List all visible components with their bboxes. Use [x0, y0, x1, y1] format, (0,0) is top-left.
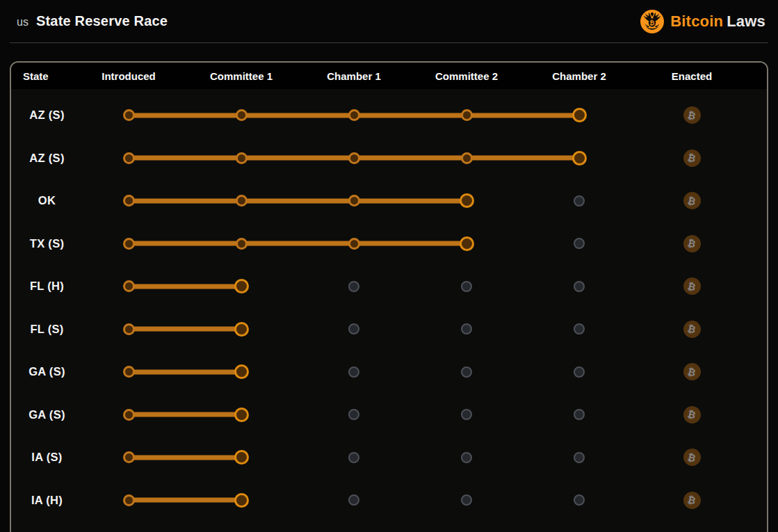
table-row[interactable]: IA (H) ₿ [11, 479, 767, 522]
bitcoin-glyph: ₿ [687, 281, 697, 292]
stage-dot-current [234, 364, 249, 379]
enacted-cell: ₿ [635, 137, 748, 180]
progress-track: ₿ [72, 394, 748, 437]
bitcoin-glyph: ₿ [687, 409, 697, 420]
bitcoin-coin-icon: ₿ [683, 449, 701, 466]
brand-name-laws: Laws [727, 13, 765, 30]
table-row[interactable]: OK ₿ [11, 179, 767, 223]
stage-cell-chamber-2 [523, 308, 635, 351]
stage-cell-committee-2 [410, 394, 523, 437]
stage-dot-pending [461, 323, 472, 334]
stage-dot-complete [348, 195, 360, 207]
progress-line [129, 369, 241, 374]
stage-dot-complete [123, 451, 135, 463]
stage-dot-complete [123, 152, 135, 164]
table-row[interactable]: FL (H) ₿ [11, 265, 767, 308]
table-row[interactable]: FL (S) ₿ [11, 308, 767, 351]
progress-track: ₿ [72, 436, 748, 479]
table-row[interactable]: GA (S) ₿ [11, 350, 767, 394]
column-header-chamber-2: Chamber 2 [523, 70, 635, 82]
bitcoin-laws-eagle-logo-icon: ₿ [640, 10, 664, 33]
stage-cell-chamber-1 [298, 265, 410, 308]
stage-dot-current [572, 151, 587, 166]
svg-text:₿: ₿ [650, 19, 655, 26]
progress-line [129, 284, 241, 289]
progress-track: ₿ [72, 94, 748, 137]
stage-dot-complete [123, 494, 135, 506]
stage-cell-chamber-2 [523, 479, 635, 522]
progress-line [129, 412, 241, 417]
brand-logo-link[interactable]: ₿ BitcoinLaws [640, 10, 768, 33]
stage-dot-pending [348, 281, 359, 292]
stage-dot-complete [236, 238, 248, 250]
table-row[interactable]: AZ (S) ₿ [11, 94, 767, 137]
stage-dot-pending [574, 195, 585, 207]
progress-line [129, 327, 241, 332]
stage-dot-complete [123, 366, 135, 378]
progress-track: ₿ [72, 179, 748, 223]
stage-dot-current [460, 236, 474, 251]
progress-track: ₿ [72, 265, 748, 308]
stage-cell-committee-2 [410, 350, 523, 394]
stage-cell-chamber-1 [298, 436, 410, 479]
enacted-cell: ₿ [635, 479, 748, 522]
column-header-committee-2: Committee 2 [410, 70, 523, 82]
state-label: GA (S) [11, 408, 72, 421]
stage-dot-current [234, 279, 249, 293]
table-row[interactable]: AZ (S) ₿ [11, 137, 767, 180]
app-header: us State Reserve Race ₿ BitcoinLaws [10, 0, 768, 43]
stage-dot-complete [236, 195, 248, 207]
brand-wordmark: BitcoinLaws [670, 13, 765, 31]
stage-cell-committee-2 [410, 436, 523, 479]
bitcoin-coin-icon: ₿ [683, 235, 701, 252]
column-header-enacted: Enacted [635, 70, 748, 82]
stage-dot-complete [123, 323, 135, 335]
stage-dot-current [572, 108, 587, 122]
state-label: IA (H) [11, 494, 72, 507]
stage-dot-complete [123, 238, 135, 250]
stage-dot-complete [123, 409, 135, 421]
stage-dot-pending [461, 494, 472, 506]
stage-dot-pending [574, 409, 585, 420]
page-title-group: us State Reserve Race [10, 13, 168, 29]
table-row[interactable]: IA (S) ₿ [11, 436, 767, 479]
stage-cell-chamber-1 [298, 308, 410, 351]
state-label: FL (S) [11, 323, 72, 336]
stage-dot-pending [574, 452, 585, 463]
progress-line [129, 241, 467, 246]
bitcoin-coin-icon: ₿ [683, 321, 701, 338]
stage-dot-complete [236, 152, 248, 164]
enacted-cell: ₿ [635, 265, 748, 308]
stage-dot-complete [461, 152, 473, 164]
stage-cell-chamber-1 [298, 350, 410, 394]
table-row[interactable]: TX (S) ₿ [11, 223, 767, 266]
bitcoin-coin-icon: ₿ [683, 150, 701, 167]
progress-track: ₿ [72, 350, 748, 394]
stage-dot-pending [461, 409, 472, 420]
state-reserve-tracker: State Introduced Committee 1 Chamber 1 C… [10, 61, 768, 532]
stage-cell-chamber-2 [523, 265, 635, 308]
state-label: GA (S) [11, 365, 72, 378]
enacted-cell: ₿ [635, 179, 748, 223]
stage-dot-pending [461, 281, 472, 292]
stage-dot-pending [574, 366, 585, 378]
stage-cell-committee-2 [410, 265, 523, 308]
enacted-cell: ₿ [635, 436, 748, 479]
bitcoin-glyph: ₿ [687, 238, 697, 249]
stage-dot-pending [574, 494, 585, 506]
stage-dot-pending [348, 452, 359, 463]
enacted-cell: ₿ [635, 223, 748, 266]
bitcoin-coin-icon: ₿ [683, 277, 701, 295]
bitcoin-glyph: ₿ [687, 195, 697, 207]
column-header-committee-1: Committee 1 [185, 70, 298, 82]
table-row[interactable]: GA (S) ₿ [11, 394, 767, 437]
bitcoin-glyph: ₿ [687, 366, 697, 378]
stage-cell-chamber-2 [523, 223, 635, 266]
state-label: AZ (S) [11, 152, 72, 165]
enacted-cell: ₿ [635, 308, 748, 351]
stage-cell-chamber-2 [523, 436, 635, 479]
progress-track: ₿ [72, 137, 748, 180]
bitcoin-coin-icon: ₿ [683, 406, 701, 424]
bitcoin-glyph: ₿ [687, 494, 697, 506]
progress-line [129, 455, 241, 460]
